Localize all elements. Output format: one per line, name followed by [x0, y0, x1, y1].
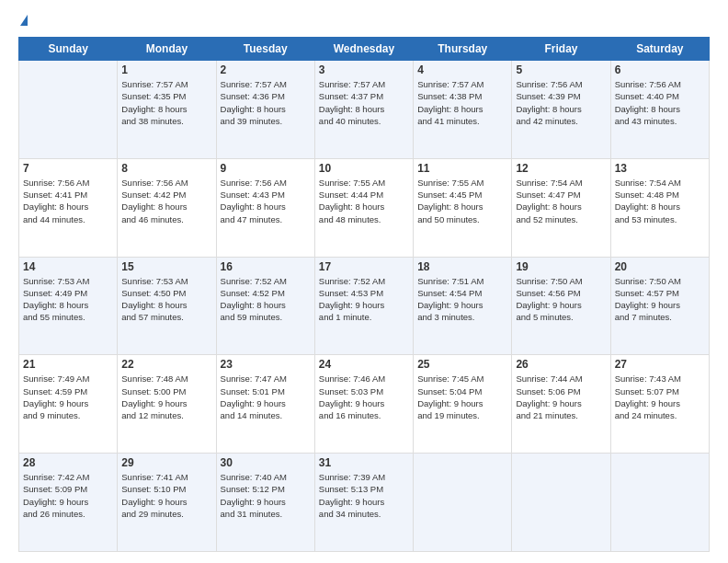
day-info: Sunrise: 7:51 AM Sunset: 4:54 PM Dayligh… — [417, 275, 507, 324]
calendar-cell — [414, 454, 512, 552]
day-info: Sunrise: 7:48 AM Sunset: 5:00 PM Dayligh… — [121, 373, 211, 421]
day-number: 3 — [319, 63, 409, 76]
day-number: 2 — [221, 63, 311, 76]
calendar-cell: 1Sunrise: 7:57 AM Sunset: 4:35 PM Daylig… — [118, 61, 216, 159]
calendar-cell — [512, 454, 610, 552]
header-row: SundayMondayTuesdayWednesdayThursdayFrid… — [19, 38, 710, 61]
day-info: Sunrise: 7:41 AM Sunset: 5:10 PM Dayligh… — [121, 471, 211, 520]
calendar-cell: 20Sunrise: 7:50 AM Sunset: 4:57 PM Dayli… — [610, 257, 709, 355]
logo — [18, 15, 28, 28]
calendar-cell: 26Sunrise: 7:44 AM Sunset: 5:06 PM Dayli… — [512, 355, 610, 454]
calendar-cell: 7Sunrise: 7:56 AM Sunset: 4:41 PM Daylig… — [19, 158, 118, 257]
calendar-cell: 15Sunrise: 7:53 AM Sunset: 4:50 PM Dayli… — [118, 257, 216, 355]
week-row-3: 21Sunrise: 7:49 AM Sunset: 4:59 PM Dayli… — [19, 355, 710, 454]
day-number: 4 — [417, 63, 507, 76]
day-number: 7 — [23, 162, 113, 175]
day-number: 19 — [516, 260, 606, 273]
calendar-cell: 9Sunrise: 7:56 AM Sunset: 4:43 PM Daylig… — [216, 158, 314, 257]
day-number: 14 — [23, 260, 113, 273]
calendar-cell: 25Sunrise: 7:45 AM Sunset: 5:04 PM Dayli… — [414, 355, 512, 454]
day-number: 28 — [23, 456, 113, 469]
day-info: Sunrise: 7:54 AM Sunset: 4:47 PM Dayligh… — [516, 177, 606, 225]
calendar-cell: 17Sunrise: 7:52 AM Sunset: 4:53 PM Dayli… — [314, 257, 413, 355]
calendar-cell: 5Sunrise: 7:56 AM Sunset: 4:39 PM Daylig… — [512, 61, 610, 159]
calendar-cell: 21Sunrise: 7:49 AM Sunset: 4:59 PM Dayli… — [19, 355, 118, 454]
day-info: Sunrise: 7:50 AM Sunset: 4:56 PM Dayligh… — [516, 275, 606, 324]
day-number: 1 — [121, 63, 211, 76]
calendar-cell: 14Sunrise: 7:53 AM Sunset: 4:49 PM Dayli… — [19, 257, 118, 355]
day-number: 12 — [516, 162, 606, 175]
day-number: 5 — [516, 63, 606, 76]
day-number: 6 — [615, 63, 705, 76]
day-number: 29 — [121, 456, 211, 469]
day-info: Sunrise: 7:56 AM Sunset: 4:41 PM Dayligh… — [23, 177, 113, 225]
day-number: 8 — [121, 162, 211, 175]
day-number: 25 — [417, 358, 507, 371]
day-number: 21 — [23, 358, 113, 371]
calendar-cell: 6Sunrise: 7:56 AM Sunset: 4:40 PM Daylig… — [610, 61, 709, 159]
calendar-cell: 28Sunrise: 7:42 AM Sunset: 5:09 PM Dayli… — [19, 454, 118, 552]
calendar-cell: 12Sunrise: 7:54 AM Sunset: 4:47 PM Dayli… — [512, 158, 610, 257]
calendar-cell: 23Sunrise: 7:47 AM Sunset: 5:01 PM Dayli… — [216, 355, 314, 454]
day-info: Sunrise: 7:57 AM Sunset: 4:36 PM Dayligh… — [221, 78, 311, 127]
day-header-thursday: Thursday — [414, 38, 512, 61]
day-info: Sunrise: 7:47 AM Sunset: 5:01 PM Dayligh… — [221, 373, 311, 421]
day-info: Sunrise: 7:55 AM Sunset: 4:45 PM Dayligh… — [417, 177, 507, 225]
day-number: 11 — [417, 162, 507, 175]
calendar-cell: 10Sunrise: 7:55 AM Sunset: 4:44 PM Dayli… — [314, 158, 413, 257]
calendar-cell: 19Sunrise: 7:50 AM Sunset: 4:56 PM Dayli… — [512, 257, 610, 355]
logo-icon — [20, 15, 28, 26]
day-info: Sunrise: 7:57 AM Sunset: 4:35 PM Dayligh… — [121, 78, 211, 127]
day-info: Sunrise: 7:50 AM Sunset: 4:57 PM Dayligh… — [615, 275, 705, 324]
week-row-1: 7Sunrise: 7:56 AM Sunset: 4:41 PM Daylig… — [19, 158, 710, 257]
calendar-cell: 18Sunrise: 7:51 AM Sunset: 4:54 PM Dayli… — [414, 257, 512, 355]
day-info: Sunrise: 7:46 AM Sunset: 5:03 PM Dayligh… — [319, 373, 409, 421]
day-number: 23 — [221, 358, 311, 371]
day-info: Sunrise: 7:56 AM Sunset: 4:42 PM Dayligh… — [121, 177, 211, 225]
day-info: Sunrise: 7:45 AM Sunset: 5:04 PM Dayligh… — [417, 373, 507, 421]
calendar-cell: 31Sunrise: 7:39 AM Sunset: 5:13 PM Dayli… — [314, 454, 413, 552]
day-number: 9 — [221, 162, 311, 175]
calendar-cell: 2Sunrise: 7:57 AM Sunset: 4:36 PM Daylig… — [216, 61, 314, 159]
day-header-monday: Monday — [118, 38, 216, 61]
day-header-friday: Friday — [512, 38, 610, 61]
day-number: 16 — [221, 260, 311, 273]
calendar-cell: 4Sunrise: 7:57 AM Sunset: 4:38 PM Daylig… — [414, 61, 512, 159]
calendar-cell: 29Sunrise: 7:41 AM Sunset: 5:10 PM Dayli… — [118, 454, 216, 552]
day-info: Sunrise: 7:56 AM Sunset: 4:43 PM Dayligh… — [221, 177, 311, 225]
day-info: Sunrise: 7:53 AM Sunset: 4:50 PM Dayligh… — [121, 275, 211, 324]
day-number: 24 — [319, 358, 409, 371]
day-number: 30 — [221, 456, 311, 469]
day-number: 15 — [121, 260, 211, 273]
day-header-saturday: Saturday — [610, 38, 709, 61]
day-info: Sunrise: 7:44 AM Sunset: 5:06 PM Dayligh… — [516, 373, 606, 421]
header — [18, 15, 710, 28]
day-number: 17 — [319, 260, 409, 273]
day-info: Sunrise: 7:40 AM Sunset: 5:12 PM Dayligh… — [221, 471, 311, 520]
calendar-cell: 16Sunrise: 7:52 AM Sunset: 4:52 PM Dayli… — [216, 257, 314, 355]
calendar-cell: 27Sunrise: 7:43 AM Sunset: 5:07 PM Dayli… — [610, 355, 709, 454]
day-number: 26 — [516, 358, 606, 371]
calendar-cell — [610, 454, 709, 552]
day-info: Sunrise: 7:57 AM Sunset: 4:37 PM Dayligh… — [319, 78, 409, 127]
day-number: 20 — [615, 260, 705, 273]
day-info: Sunrise: 7:49 AM Sunset: 4:59 PM Dayligh… — [23, 373, 113, 421]
day-number: 31 — [319, 456, 409, 469]
week-row-0: 1Sunrise: 7:57 AM Sunset: 4:35 PM Daylig… — [19, 61, 710, 159]
day-number: 18 — [417, 260, 507, 273]
calendar-table: SundayMondayTuesdayWednesdayThursdayFrid… — [18, 37, 710, 552]
day-number: 22 — [121, 358, 211, 371]
day-info: Sunrise: 7:57 AM Sunset: 4:38 PM Dayligh… — [417, 78, 507, 127]
calendar-cell: 11Sunrise: 7:55 AM Sunset: 4:45 PM Dayli… — [414, 158, 512, 257]
day-info: Sunrise: 7:39 AM Sunset: 5:13 PM Dayligh… — [319, 471, 409, 520]
week-row-4: 28Sunrise: 7:42 AM Sunset: 5:09 PM Dayli… — [19, 454, 710, 552]
day-header-sunday: Sunday — [19, 38, 118, 61]
day-number: 10 — [319, 162, 409, 175]
day-info: Sunrise: 7:55 AM Sunset: 4:44 PM Dayligh… — [319, 177, 409, 225]
page: SundayMondayTuesdayWednesdayThursdayFrid… — [0, 0, 728, 563]
day-info: Sunrise: 7:54 AM Sunset: 4:48 PM Dayligh… — [615, 177, 705, 225]
day-info: Sunrise: 7:56 AM Sunset: 4:39 PM Dayligh… — [516, 78, 606, 127]
calendar-cell: 13Sunrise: 7:54 AM Sunset: 4:48 PM Dayli… — [610, 158, 709, 257]
day-number: 27 — [615, 358, 705, 371]
calendar-cell — [19, 61, 118, 159]
